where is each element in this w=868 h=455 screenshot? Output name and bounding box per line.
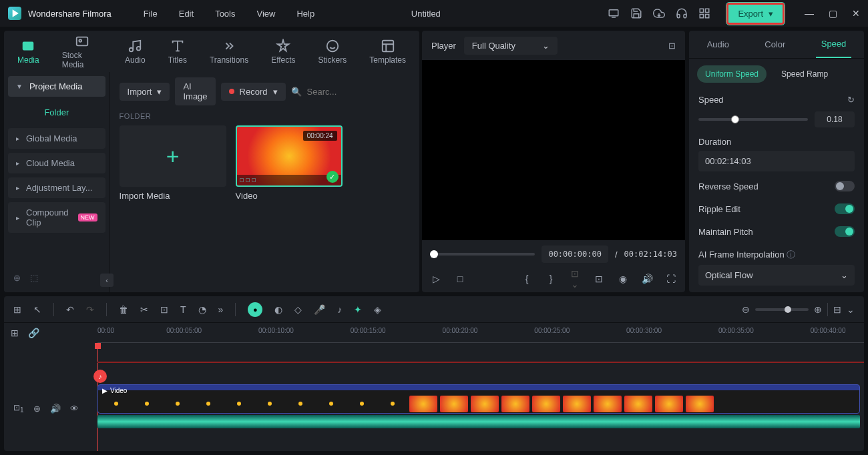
search-input[interactable]: [307, 87, 419, 97]
sidebar-global-media[interactable]: ▸ Global Media: [8, 128, 105, 149]
tab-audio-props[interactable]: Audio: [702, 31, 734, 57]
mute-track-icon[interactable]: 🔊: [50, 404, 61, 414]
visibility-icon[interactable]: 👁: [70, 404, 79, 414]
scrub-slider[interactable]: [430, 253, 535, 256]
track-icon[interactable]: ⊡1: [13, 403, 24, 414]
tab-templates[interactable]: Templates: [369, 39, 406, 65]
close-icon[interactable]: ✕: [852, 8, 860, 19]
zoom-in-icon[interactable]: ⊕: [814, 304, 822, 315]
quality-select[interactable]: Full Quality ⌄: [464, 37, 558, 55]
tab-effects[interactable]: Effects: [271, 39, 295, 65]
menu-file[interactable]: File: [134, 6, 167, 21]
headphones-icon[interactable]: [676, 7, 688, 19]
stop-icon[interactable]: □: [454, 274, 466, 284]
tab-titles[interactable]: Titles: [168, 39, 187, 65]
subtab-uniform-speed[interactable]: Uniform Speed: [697, 65, 767, 83]
mark-out-icon[interactable]: }: [545, 274, 557, 284]
collapse-icon[interactable]: ‹: [100, 274, 114, 287]
speed-slider[interactable]: [698, 118, 808, 121]
mask-icon[interactable]: ◇: [294, 304, 302, 315]
display-icon[interactable]: ⊡: [593, 274, 605, 284]
folder-icon[interactable]: ⬚: [30, 273, 38, 283]
minimize-icon[interactable]: —: [805, 8, 814, 19]
import-media-item[interactable]: + Import Media: [120, 125, 226, 201]
apps-icon[interactable]: [698, 7, 710, 19]
preview-viewport[interactable]: [422, 60, 685, 240]
color-icon[interactable]: ◐: [274, 304, 282, 315]
video-media-item[interactable]: 00:00:24 ✓ Video: [236, 125, 343, 201]
import-button[interactable]: Import ▾: [120, 83, 170, 101]
save-icon[interactable]: [630, 7, 642, 19]
duration-input[interactable]: 00:02:14:03: [698, 151, 855, 171]
ripple-toggle[interactable]: [835, 203, 855, 214]
audio-track[interactable]: [97, 415, 860, 428]
music-icon[interactable]: ♪: [337, 304, 342, 315]
cursor-icon[interactable]: ↖: [33, 304, 41, 315]
zoom-slider[interactable]: [755, 308, 809, 311]
track-layout-icon[interactable]: ⊞: [11, 328, 19, 338]
marker-icon[interactable]: ✦: [354, 304, 362, 315]
tab-audio[interactable]: Audio: [125, 39, 146, 65]
tab-media[interactable]: Media: [17, 39, 39, 65]
ai-icon[interactable]: ●: [248, 302, 262, 317]
volume-icon[interactable]: 🔊: [641, 274, 653, 284]
zoom-out-icon[interactable]: ⊖: [742, 304, 750, 315]
add-track-icon[interactable]: ⊕: [33, 404, 41, 414]
project-media-header[interactable]: ▼ Project Media: [8, 76, 105, 97]
timeline-ruler[interactable]: 00:00 00:00:05:00 00:00:10:00 00:00:15:0…: [97, 323, 864, 343]
speed-handle[interactable]: [731, 115, 739, 123]
reset-icon[interactable]: ↻: [847, 95, 855, 105]
redo-icon[interactable]: ↷: [86, 304, 94, 315]
tab-speed-props[interactable]: Speed: [816, 31, 852, 58]
maximize-icon[interactable]: ▢: [829, 8, 837, 19]
record-button[interactable]: Record ▾: [221, 83, 286, 101]
layout-icon[interactable]: ⊞: [13, 304, 21, 315]
settings-icon[interactable]: ⌄: [847, 304, 855, 315]
link-icon[interactable]: 🔗: [28, 328, 39, 338]
subtab-speed-ramp[interactable]: Speed Ramp: [773, 65, 836, 83]
tab-stock-media[interactable]: Stock Media: [62, 34, 102, 69]
mark-in-icon[interactable]: {: [521, 274, 533, 284]
image-icon[interactable]: ⊡: [668, 41, 676, 51]
undo-icon[interactable]: ↶: [66, 304, 74, 315]
snapshot-icon[interactable]: ◉: [617, 274, 629, 284]
sidebar-adjustment-layer[interactable]: ▸ Adjustment Lay...: [8, 177, 105, 198]
info-icon[interactable]: ⓘ: [787, 250, 795, 260]
pitch-toggle[interactable]: [835, 226, 855, 237]
sidebar-cloud-media[interactable]: ▸ Cloud Media: [8, 153, 105, 173]
cut-icon[interactable]: ✂: [140, 304, 148, 315]
tab-transitions[interactable]: Transitions: [210, 39, 248, 65]
export-button[interactable]: Export ▾: [726, 3, 785, 25]
top-menu-bar: Wondershare Filmora File Edit Tools View…: [0, 0, 868, 27]
tab-stickers[interactable]: Stickers: [318, 39, 347, 65]
aspect-icon[interactable]: ⊡ ⌄: [569, 268, 581, 290]
add-folder-icon[interactable]: ⊕: [13, 273, 21, 283]
menu-tools[interactable]: Tools: [206, 6, 244, 21]
chevron-down-icon: ▾: [273, 87, 278, 97]
reverse-label: Reverse Speed: [698, 181, 758, 191]
zoom-handle[interactable]: [785, 306, 791, 313]
ai-image-button[interactable]: AI Image: [175, 77, 215, 105]
keyframe-icon[interactable]: ◈: [374, 304, 381, 315]
folder-label[interactable]: Folder: [4, 101, 110, 124]
sidebar-compound-clip[interactable]: ▸ Compound Clip NEW: [8, 202, 105, 233]
mic-icon[interactable]: 🎤: [314, 304, 325, 315]
audio-marker-icon[interactable]: ♪: [93, 370, 107, 383]
fullscreen-icon[interactable]: ⛶: [665, 274, 677, 284]
speed-icon[interactable]: ◔: [198, 304, 206, 315]
text-icon[interactable]: T: [180, 304, 186, 315]
cloud-icon[interactable]: [653, 7, 665, 19]
delete-icon[interactable]: 🗑: [119, 304, 128, 315]
video-track[interactable]: ▶ Video: [97, 384, 860, 414]
speed-value[interactable]: 0.18: [815, 111, 855, 127]
play-icon[interactable]: ▷: [430, 274, 442, 284]
ai-interpolation-select[interactable]: Optical Flow ⌄: [698, 265, 855, 286]
scrub-handle[interactable]: [430, 250, 438, 258]
more-tools-icon[interactable]: »: [218, 304, 224, 315]
reverse-toggle[interactable]: [835, 181, 855, 191]
grid-icon[interactable]: ⊟: [833, 304, 841, 315]
crop-icon[interactable]: ⊡: [160, 304, 168, 315]
tab-color-props[interactable]: Color: [759, 31, 791, 57]
screen-icon[interactable]: [608, 7, 620, 19]
menu-edit[interactable]: Edit: [170, 6, 203, 21]
